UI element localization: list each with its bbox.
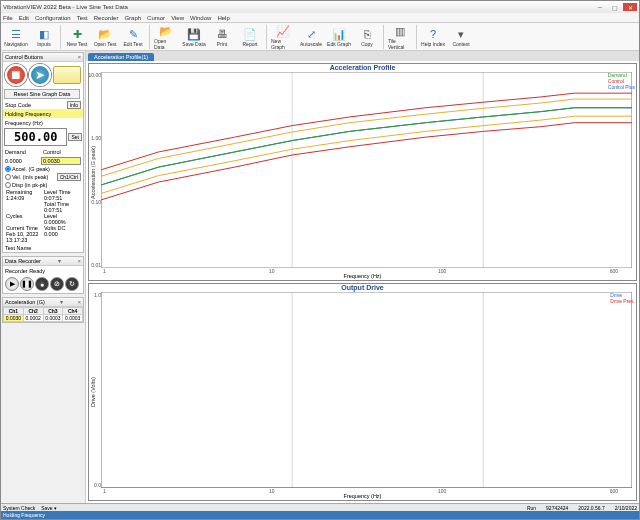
help-index-icon: ? <box>425 27 441 41</box>
plot-area[interactable] <box>101 292 632 488</box>
toolbar-help-index[interactable]: ?Help Index <box>420 24 446 50</box>
rec-play-button[interactable]: ▶ <box>5 277 19 291</box>
vdc-value: 0.000 <box>43 231 81 243</box>
menu-graph[interactable]: Graph <box>124 15 141 21</box>
demand-value: 0.0000 <box>5 158 41 164</box>
status-save[interactable]: Save ▾ <box>41 505 57 511</box>
menu-recorder[interactable]: Recorder <box>94 15 119 21</box>
open-test-icon: 📂 <box>97 27 113 41</box>
toolbar-open-test[interactable]: 📂Open Test <box>92 24 118 50</box>
toolbar-new-test[interactable]: ✚New Test <box>64 24 90 50</box>
panel-close-icon[interactable]: × <box>78 54 81 60</box>
freq-label: Frequency (Hz) <box>5 120 43 126</box>
stop-button[interactable]: ⏹ <box>5 64 27 86</box>
close-button[interactable]: ✕ <box>623 3 637 11</box>
panel-pin-icon[interactable]: ▾ <box>60 299 63 305</box>
toolbar-print[interactable]: 🖶Print <box>209 24 235 50</box>
panel-pin-icon[interactable]: ▾ <box>58 258 61 264</box>
status-text: Holding Frequency <box>5 111 51 117</box>
reset-graph-button[interactable]: Reset Sine Graph Data <box>4 89 80 99</box>
toolbar-report[interactable]: 📄Report <box>237 24 263 50</box>
control-value: 0.0030 <box>41 157 81 165</box>
chart-0[interactable]: Acceleration ProfileAcceleration (G peak… <box>88 63 637 281</box>
toolbar-tile-vertical[interactable]: ▥Tile Vertical <box>387 24 413 50</box>
acceleration-panel: Acceleration (G)▾× Ch1Ch2Ch3Ch40.00300.0… <box>2 297 84 323</box>
run-button[interactable]: ➤ <box>29 64 51 86</box>
channel-button[interactable]: Ch1/Ctrl <box>57 173 81 181</box>
accel-radio[interactable] <box>5 166 11 172</box>
context-icon: ▾ <box>453 27 469 41</box>
chart-title: Output Drive <box>89 284 636 291</box>
toolbar-label: Report <box>242 41 257 47</box>
level-slider[interactable] <box>53 66 81 84</box>
acc-val: 0.0002 <box>23 315 43 322</box>
app-title: VibrationVIEW 2022 Beta - Live Sine Test… <box>3 4 128 10</box>
freq-value[interactable]: 500.00 <box>4 128 67 146</box>
testname-label: Test Name <box>5 245 31 251</box>
toolbar-inputs[interactable]: ◧Inputs <box>31 24 57 50</box>
toolbar-label: Edit Graph <box>327 41 351 47</box>
toolbar-edit-graph[interactable]: 📊Edit Graph <box>326 24 352 50</box>
left-sidebar: Control Buttons× ⏹ ➤ Reset Sine Graph Da… <box>1 51 86 503</box>
toolbar-autoscale[interactable]: ⤢Autoscale <box>298 24 324 50</box>
print-icon: 🖶 <box>214 27 230 41</box>
set-button[interactable]: Set <box>68 133 82 141</box>
info-button[interactable]: Info <box>67 101 81 109</box>
menu-edit[interactable]: Edit <box>19 15 29 21</box>
toolbar-label: Navigation <box>4 41 28 47</box>
panel-close-icon[interactable]: × <box>78 258 81 264</box>
panel-close-icon[interactable]: × <box>78 299 81 305</box>
toolbar-open-data[interactable]: 📂Open Data <box>153 24 179 50</box>
report-icon: 📄 <box>242 27 258 41</box>
rec-stop-button[interactable]: ⊘ <box>50 277 64 291</box>
toolbar-label: Autoscale <box>300 41 322 47</box>
acc-col: Ch3 <box>43 308 63 315</box>
accel-header: Acceleration (G) <box>5 299 45 305</box>
toolbar-new-graph[interactable]: 📈New Graph <box>270 24 296 50</box>
menu-test[interactable]: Test <box>77 15 88 21</box>
acc-col: Ch1 <box>4 308 24 315</box>
control-label: Control <box>43 149 81 155</box>
menu-window[interactable]: Window <box>190 15 211 21</box>
data-recorder-panel: Data Recorder▾× Recorder Ready ▶ ❚❚ ● ⊘ … <box>2 256 84 294</box>
toolbar-label: Tile Vertical <box>388 38 412 50</box>
minimize-button[interactable]: ─ <box>593 3 607 11</box>
menu-configuration[interactable]: Configuration <box>35 15 71 21</box>
tab-accel-profile[interactable]: Acceleration Profile(1) <box>88 53 154 61</box>
save-data-icon: 💾 <box>186 27 202 41</box>
toolbar-label: Help Index <box>421 41 445 47</box>
chart-1[interactable]: Output DriveDrive (Volts)1.00.0110100600… <box>88 283 637 501</box>
control-header: Control Buttons <box>5 54 43 60</box>
toolbar-context[interactable]: ▾Context <box>448 24 474 50</box>
recorder-status: Recorder Ready <box>5 268 45 274</box>
new-graph-icon: 📈 <box>275 25 291 38</box>
menu-help[interactable]: Help <box>217 15 229 21</box>
toolbar-copy[interactable]: ⎘Copy <box>354 24 380 50</box>
menu-view[interactable]: View <box>171 15 184 21</box>
menu-cursor[interactable]: Cursor <box>147 15 165 21</box>
disp-radio[interactable] <box>5 182 11 188</box>
open-data-icon: 📂 <box>158 25 174 38</box>
toolbar-edit-test[interactable]: ✎Edit Test <box>120 24 146 50</box>
edit-graph-icon: 📊 <box>331 27 347 41</box>
acc-val: 0.0003 <box>63 315 83 322</box>
toolbar-save-data[interactable]: 💾Save Data <box>181 24 207 50</box>
rec-pause-button[interactable]: ❚❚ <box>20 277 34 291</box>
inputs-icon: ◧ <box>36 27 52 41</box>
menu-file[interactable]: File <box>3 15 13 21</box>
rec-record-button[interactable]: ● <box>35 277 49 291</box>
new-test-icon: ✚ <box>69 27 85 41</box>
status-serial: 92742424 <box>546 505 568 511</box>
chart-legend: DemandControlControl Plus <box>608 72 635 90</box>
plot-area[interactable] <box>101 72 632 268</box>
toolbar-label: New Graph <box>271 38 295 50</box>
rec-loop-button[interactable]: ↻ <box>65 277 79 291</box>
toolbar-navigation[interactable]: ☰Navigation <box>3 24 29 50</box>
status-version: 2022.0.56.7 <box>578 505 604 511</box>
maximize-button[interactable]: ▢ <box>608 3 622 11</box>
accel-radio-label: Accel. (G peak) <box>12 166 50 172</box>
tab-bar: Acceleration Profile(1) <box>86 51 639 61</box>
control-buttons-panel: Control Buttons× ⏹ ➤ Reset Sine Graph Da… <box>2 52 84 253</box>
stop-code-label: Stop Code <box>5 102 66 108</box>
vel-radio[interactable] <box>5 174 11 180</box>
